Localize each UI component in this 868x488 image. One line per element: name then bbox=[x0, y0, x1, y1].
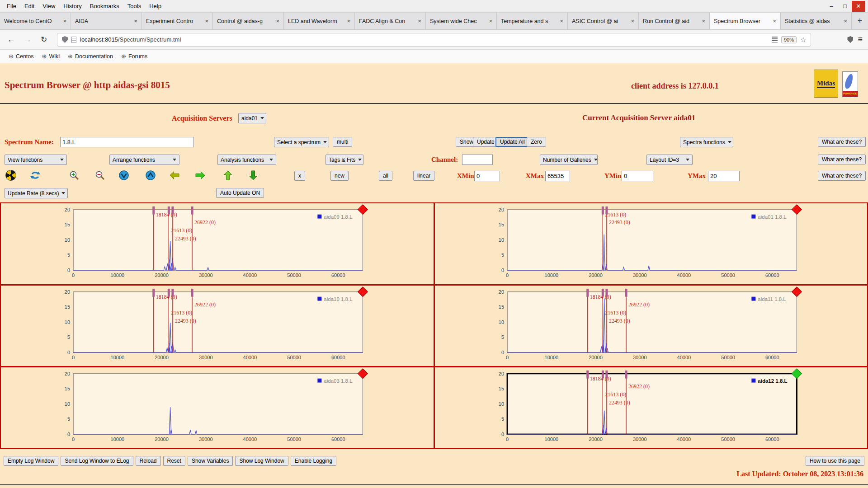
channel-input[interactable] bbox=[462, 155, 493, 165]
menu-file[interactable]: File bbox=[3, 1, 20, 11]
x-button[interactable]: x bbox=[294, 171, 305, 181]
close-button[interactable]: ✕ bbox=[852, 1, 865, 12]
arrange-functions-dropdown[interactable]: Arrange functions bbox=[109, 155, 179, 165]
spectrum-name-input[interactable] bbox=[60, 137, 194, 147]
reset-button[interactable]: Reset bbox=[163, 456, 185, 466]
tab-close-icon[interactable]: × bbox=[276, 18, 279, 24]
tab-aida[interactable]: AIDA× bbox=[71, 13, 142, 29]
tab-close-icon[interactable]: × bbox=[418, 18, 421, 24]
bookmark-star-icon[interactable]: ☆ bbox=[800, 36, 806, 44]
zoom-level-badge[interactable]: 90% bbox=[781, 36, 797, 43]
zoom-out-icon[interactable] bbox=[94, 170, 105, 181]
circle-up-icon[interactable] bbox=[145, 170, 156, 181]
ymin-input[interactable] bbox=[622, 171, 653, 181]
new-button[interactable]: new bbox=[330, 171, 349, 181]
arrow-down-icon[interactable] bbox=[248, 170, 259, 181]
tab-close-icon[interactable]: × bbox=[773, 18, 776, 24]
midas-logo[interactable]: Midas bbox=[814, 70, 838, 98]
back-icon[interactable]: ← bbox=[5, 35, 17, 44]
tab-close-icon[interactable]: × bbox=[205, 18, 208, 24]
spectrum-panel-aida03[interactable]: 051015200100002000030000400005000060000a… bbox=[1, 367, 434, 448]
zero-button[interactable]: Zero bbox=[527, 137, 546, 147]
tab-close-icon[interactable]: × bbox=[489, 18, 492, 24]
number-of-galleries-dropdown[interactable]: Number of Galleries bbox=[540, 155, 598, 165]
tab-control-aidas-g[interactable]: Control @ aidas-g× bbox=[213, 13, 284, 29]
tab-close-icon[interactable]: × bbox=[702, 18, 705, 24]
refresh-icon[interactable] bbox=[30, 170, 41, 181]
acquisition-server-select[interactable]: aida01 bbox=[238, 113, 266, 123]
menu-bookmarks[interactable]: Bookmarks bbox=[86, 1, 123, 11]
update-rate-dropdown[interactable]: Update Rate (8 secs) bbox=[5, 188, 68, 198]
radiation-icon[interactable] bbox=[5, 170, 16, 181]
how-to-use-button[interactable]: How to use this page bbox=[806, 456, 864, 466]
select-spectrum-dropdown[interactable]: Select a spectrum bbox=[274, 137, 329, 147]
layout-id-dropdown[interactable]: Layout ID=3 bbox=[646, 155, 693, 165]
tab-close-icon[interactable]: × bbox=[844, 18, 847, 24]
what-are-these-button-2[interactable]: What are these? bbox=[818, 155, 866, 164]
url-text[interactable]: localhost:8015/Spectrum/Spectrum.tml bbox=[80, 36, 768, 43]
reload-button[interactable]: Reload bbox=[136, 456, 161, 466]
show-log-window-button[interactable]: Show Log Window bbox=[235, 456, 288, 466]
enable-logging-button[interactable]: Enable Logging bbox=[291, 456, 336, 466]
arrow-left-icon[interactable] bbox=[169, 170, 180, 181]
tab-close-icon[interactable]: × bbox=[63, 18, 66, 24]
tracking-shield-icon[interactable] bbox=[62, 36, 68, 43]
xmax-input[interactable] bbox=[545, 171, 570, 181]
spectrum-panel-aida11[interactable]: 0510152001000020000300004000050000600001… bbox=[435, 286, 868, 366]
update-all-button[interactable]: Update All bbox=[495, 137, 529, 147]
arrow-right-icon[interactable] bbox=[195, 170, 206, 181]
bookmark-documentation[interactable]: ⊕Documentation bbox=[64, 52, 117, 61]
menu-edit[interactable]: Edit bbox=[20, 1, 38, 11]
bookmark-centos[interactable]: ⊕Centos bbox=[5, 52, 38, 61]
menu-view[interactable]: View bbox=[38, 1, 59, 11]
update-button[interactable]: Update bbox=[473, 137, 499, 147]
hamburger-menu-icon[interactable]: ≡ bbox=[858, 35, 863, 44]
tags-fits-dropdown[interactable]: Tags & Fits bbox=[326, 155, 363, 165]
tab-close-icon[interactable]: × bbox=[134, 18, 137, 24]
url-bar[interactable]: localhost:8015/Spectrum/Spectrum.tml 90%… bbox=[57, 33, 811, 47]
tab-spectrum-browser[interactable]: Spectrum Browser× bbox=[710, 13, 781, 29]
zoom-in-icon[interactable] bbox=[69, 170, 80, 181]
auto-update-button[interactable]: Auto Update ON bbox=[216, 188, 264, 198]
what-are-these-button-3[interactable]: What are these? bbox=[818, 171, 866, 181]
tcl-powered-logo[interactable]: POWERED bbox=[842, 71, 858, 97]
bookmark-wiki[interactable]: ⊕Wiki bbox=[38, 52, 64, 61]
show-variables-button[interactable]: Show Variables bbox=[188, 456, 233, 466]
multi-button[interactable]: multi bbox=[333, 137, 352, 147]
tab-asic-control-ai[interactable]: ASIC Control @ ai× bbox=[568, 13, 639, 29]
analysis-functions-dropdown[interactable]: Analysis functions bbox=[217, 155, 276, 165]
tab-temperature-and-s[interactable]: Temperature and s× bbox=[497, 13, 568, 29]
tab-welcome-to-cento[interactable]: Welcome to CentO× bbox=[0, 13, 71, 29]
all-button[interactable]: all bbox=[379, 171, 392, 181]
bookmark-forums[interactable]: ⊕Forums bbox=[117, 52, 151, 61]
arrow-up-icon[interactable] bbox=[222, 170, 233, 181]
tab-statistics-aidas[interactable]: Statistics @ aidas× bbox=[781, 13, 852, 29]
spectrum-panel-aida09[interactable]: 0510152001000020000300004000050000600001… bbox=[1, 203, 434, 284]
tab-close-icon[interactable]: × bbox=[560, 18, 563, 24]
circle-down-icon[interactable] bbox=[118, 170, 129, 181]
forward-icon[interactable]: → bbox=[22, 35, 33, 44]
maximize-button[interactable]: □ bbox=[838, 1, 852, 12]
what-are-these-button-1[interactable]: What are these? bbox=[818, 137, 866, 147]
reader-mode-icon[interactable] bbox=[772, 37, 778, 42]
tab-close-icon[interactable]: × bbox=[347, 18, 350, 24]
linear-button[interactable]: linear bbox=[413, 171, 434, 181]
send-log-window-to-elog-button[interactable]: Send Log Window to ELog bbox=[61, 456, 133, 466]
spectrum-panel-aida12[interactable]: 0510152001000020000300004000050000600001… bbox=[435, 367, 868, 448]
tab-led-and-waveform[interactable]: LED and Waveform× bbox=[284, 13, 355, 29]
tab-run-control-aid[interactable]: Run Control @ aid× bbox=[639, 13, 710, 29]
minimize-button[interactable]: – bbox=[825, 1, 838, 12]
tab-close-icon[interactable]: × bbox=[631, 18, 634, 24]
empty-log-window-button[interactable]: Empty Log Window bbox=[4, 456, 58, 466]
spectrum-panel-aida01[interactable]: 0510152001000020000300004000050000600002… bbox=[435, 203, 868, 284]
xmin-input[interactable] bbox=[474, 171, 500, 181]
page-info-icon[interactable] bbox=[71, 37, 76, 43]
menu-history[interactable]: History bbox=[59, 1, 85, 11]
tab-experiment-contro[interactable]: Experiment Contro× bbox=[142, 13, 213, 29]
view-functions-dropdown[interactable]: View functions bbox=[5, 155, 67, 165]
reload-icon[interactable]: ↻ bbox=[38, 35, 50, 44]
tab-fadc-align-con[interactable]: FADC Align & Con× bbox=[355, 13, 426, 29]
ymax-input[interactable] bbox=[708, 171, 740, 181]
spectrum-panel-aida10[interactable]: 0510152001000020000300004000050000600001… bbox=[1, 286, 434, 366]
tab-system-wide-chec[interactable]: System wide Chec× bbox=[426, 13, 497, 29]
